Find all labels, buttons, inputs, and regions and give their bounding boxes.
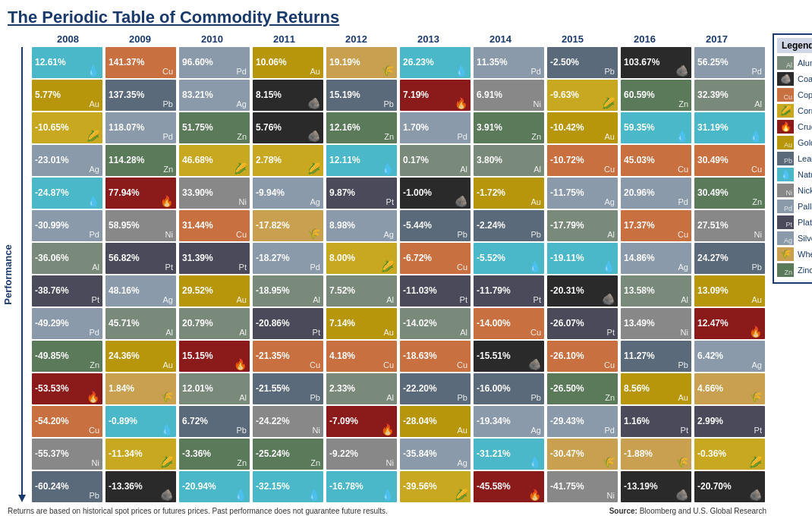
performance-arrow (18, 495, 26, 502)
cell-2011-3: 2.78%🌽 (253, 145, 323, 176)
cell-symbol: Ag (678, 263, 688, 272)
cell-symbol: Pb (605, 67, 615, 76)
cell-symbol: Ag (605, 197, 615, 206)
cell-2013-8: -14.02%Al (400, 308, 471, 339)
legend-item-corn: 🌽Corn (777, 104, 812, 118)
cell-icon: 💧 (675, 130, 688, 142)
legend-item-wheat: 🌾Wheat (777, 247, 812, 261)
cell-2014-6: -5.52%💧 (474, 243, 544, 274)
cell-2008-0: 12.61%💧 (32, 47, 102, 78)
cell-2016-12: -1.88%🌾 (621, 439, 691, 470)
cell-value: 27.51% (697, 220, 762, 231)
cell-symbol: Pb (163, 99, 173, 108)
cell-symbol: Pb (531, 230, 541, 239)
cell-icon: 🔥 (381, 423, 394, 436)
cell-value: -14.02% (403, 318, 467, 329)
column-2014: 11.35%Pd6.91%Ni3.91%Zn3.80%Al-1.72%Au-2.… (474, 47, 546, 502)
cell-icon: 🌽 (307, 162, 320, 175)
cell-symbol: Cu (383, 360, 394, 369)
cell-icon: 🌾 (602, 456, 615, 468)
cell-2010-13: -20.94%💧 (179, 471, 250, 502)
cell-symbol: Ag (90, 165, 99, 174)
legend-swatch: 🪨 (777, 72, 794, 86)
cell-2015-9: -26.10%Cu (547, 341, 618, 372)
table-body: Performance 12.61%💧5.77%Au-10.65%🌽-23.01… (8, 47, 766, 502)
cell-symbol: Al (460, 165, 467, 174)
cell-2017-12: -0.36%🌽 (694, 439, 765, 470)
cell-value: -11.03% (403, 285, 467, 296)
cell-2012-6: 8.00%🌽 (326, 243, 397, 274)
cell-2012-13: -16.78%💧 (326, 471, 397, 502)
performance-label: Performance (2, 244, 14, 304)
cell-value: 12.01% (182, 383, 247, 394)
legend-label: Zinc (798, 266, 812, 275)
cell-icon: 🔥 (87, 391, 99, 403)
cell-symbol: Ni (165, 230, 173, 239)
cell-2011-11: -24.22%Ni (253, 406, 323, 437)
year-label-2017: 2017 (681, 33, 753, 45)
cell-2011-4: -9.94%Ag (253, 178, 323, 209)
cell-value: 13.49% (624, 318, 688, 329)
cell-value: 2.33% (329, 383, 394, 394)
column-2015: -2.50%Pb-9.63%🌽-10.42%Au-10.72%Cu-11.75%… (547, 47, 619, 502)
year-headers: 2008200920102011201220132014201520162017 (32, 33, 766, 45)
cell-2016-13: -13.19%🪨 (621, 471, 691, 502)
cell-2010-8: 20.79%Al (179, 308, 250, 339)
cell-2008-5: -30.99%Pd (32, 210, 102, 241)
cell-icon: 🔥 (160, 195, 173, 207)
year-label-2008: 2008 (32, 33, 104, 45)
cell-symbol: Au (163, 360, 173, 369)
legend-label: Coal (798, 74, 812, 83)
cell-2012-9: 4.18%Cu (326, 341, 397, 372)
cell-symbol: Al (386, 393, 394, 402)
cell-icon: 💧 (307, 489, 320, 501)
cell-symbol: Al (386, 295, 394, 304)
cell-2016-6: 14.86%Ag (621, 243, 691, 274)
cell-2011-12: -25.24%Zn (253, 439, 323, 470)
cell-value: -20.86% (256, 318, 320, 329)
cell-icon: 🌽 (602, 97, 615, 109)
cell-icon: 🌽 (455, 489, 467, 501)
cell-2013-13: -39.56%🌽 (400, 471, 471, 502)
year-label-2009: 2009 (104, 33, 176, 45)
cell-2014-2: 3.91%Zn (474, 112, 544, 143)
cell-symbol: Pt (460, 295, 467, 304)
performance-label-container: Performance (8, 47, 32, 502)
cell-2013-0: 26.23%💧 (400, 47, 471, 78)
cell-2015-10: -26.50%Zn (547, 373, 618, 404)
cell-value: 58.95% (109, 220, 173, 231)
cell-value: -18.95% (256, 285, 320, 296)
cell-icon: 🌾 (381, 64, 394, 77)
cell-2013-6: -6.72%Cu (400, 243, 471, 274)
cell-2017-6: 24.27%Pb (694, 243, 765, 274)
cell-icon: 🔥 (528, 489, 541, 501)
cell-value: 3.80% (477, 155, 541, 165)
cell-2012-2: 12.16%Zn (326, 112, 397, 143)
cell-symbol: Al (313, 295, 320, 304)
legend-swatch: Ni (777, 184, 794, 197)
cell-2017-1: 32.39%Al (694, 80, 765, 111)
cell-value: 6.91% (477, 90, 541, 100)
cell-symbol: Cu (457, 360, 467, 369)
cell-symbol: Ag (237, 99, 247, 108)
legend-label: Nickel (798, 186, 812, 195)
cell-value: 0.17% (403, 155, 467, 165)
cell-2015-0: -2.50%Pb (547, 47, 618, 78)
year-label-2010: 2010 (176, 33, 248, 45)
cell-2017-0: 56.25%Pd (694, 47, 765, 78)
cell-2016-10: 8.56%Au (621, 373, 691, 404)
cell-symbol: Cu (751, 165, 762, 174)
cell-2009-10: 1.84%🌾 (105, 373, 176, 404)
cell-symbol: Pt (533, 295, 541, 304)
cell-icon: 💧 (160, 423, 173, 436)
cell-2010-9: 15.15%🔥 (179, 341, 250, 372)
cell-2013-3: 0.17%Al (400, 145, 471, 176)
cell-icon: 🌾 (675, 456, 688, 468)
cell-value: 13.58% (624, 285, 688, 296)
cell-symbol: Pt (92, 295, 99, 304)
cell-value: 33.90% (182, 187, 247, 198)
legend-title: Legend (777, 38, 812, 53)
cell-2014-12: -31.21%💧 (474, 439, 544, 470)
cell-symbol: Cu (162, 67, 173, 76)
cell-icon: 🌽 (160, 456, 173, 468)
